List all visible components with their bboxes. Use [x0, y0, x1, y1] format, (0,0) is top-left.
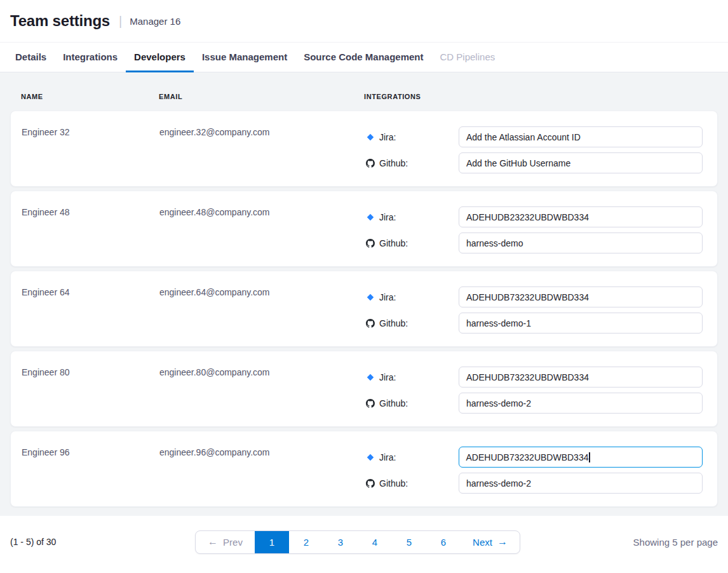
github-label-group: Github: — [365, 158, 459, 168]
github-icon — [366, 319, 375, 328]
table-row: Engineer 96 engineer.96@company.com Jira… — [10, 431, 718, 507]
jira-label: Jira: — [379, 292, 396, 302]
integrations-cell: Jira: ADEHUDB23232UBDWBD334 Github: harn… — [365, 191, 703, 266]
developer-name: Engineer 80 — [22, 351, 159, 426]
github-label: Github: — [379, 158, 408, 168]
jira-label: Jira: — [379, 132, 396, 142]
tab-bar: Details Integrations Developers Issue Ma… — [0, 43, 728, 72]
jira-input-value: ADEHUDB73232UBDWBD334 — [466, 452, 589, 462]
manager-name: Manager 16 — [130, 16, 180, 27]
jira-icon — [366, 293, 375, 302]
github-integration-row: Github: harness-demo-2 — [365, 473, 703, 494]
developer-name: Engineer 96 — [22, 431, 159, 506]
jira-label-group: Jira: — [365, 292, 459, 302]
jira-account-input[interactable]: ADEHUDB73232UBDWBD334 — [459, 286, 703, 307]
jira-label-group: Jira: — [365, 212, 459, 222]
jira-account-input[interactable]: Add the Atlassian Account ID — [459, 126, 703, 147]
jira-integration-row: Jira: ADEHUDB73232UBDWBD334 — [365, 447, 703, 468]
integrations-cell: Jira: ADEHUDB73232UBDWBD334 Github: harn… — [365, 271, 703, 346]
github-icon — [366, 239, 375, 248]
page-button-1[interactable]: 1 — [255, 531, 289, 553]
github-label-group: Github: — [365, 318, 459, 328]
jira-label-group: Jira: — [365, 132, 459, 142]
tab-details[interactable]: Details — [7, 43, 55, 72]
left-arrow-icon: ← — [208, 537, 218, 547]
github-label: Github: — [379, 398, 408, 408]
developer-name: Engineer 64 — [22, 271, 159, 346]
github-label: Github: — [379, 238, 408, 248]
jira-input-value: ADEHUDB73232UBDWBD334 — [466, 292, 589, 302]
column-header-email: EMAIL — [159, 93, 364, 100]
jira-account-input[interactable]: ADEHUDB73232UBDWBD334 — [459, 367, 703, 388]
developer-name: Engineer 48 — [22, 191, 159, 266]
github-label-group: Github: — [365, 238, 459, 248]
github-integration-row: Github: harness-demo-2 — [365, 393, 703, 414]
table-row: Engineer 32 engineer.32@company.com Jira… — [10, 111, 718, 187]
github-username-input[interactable]: harness-demo-2 — [459, 393, 703, 414]
github-icon — [366, 399, 375, 408]
page-button-3[interactable]: 3 — [323, 531, 358, 553]
github-input-value: harness-demo — [466, 238, 523, 248]
jira-input-value: ADEHUDB73232UBDWBD334 — [466, 372, 589, 382]
jira-label-group: Jira: — [365, 452, 459, 462]
page-button-2[interactable]: 2 — [289, 531, 323, 553]
tab-cd-pipelines: CD Pipelines — [432, 43, 504, 72]
page-range-summary: (1 - 5) of 30 — [10, 537, 86, 547]
github-username-input[interactable]: harness-demo-1 — [459, 313, 703, 334]
table-row: Engineer 64 engineer.64@company.com Jira… — [10, 271, 718, 347]
github-username-input[interactable]: Add the GitHub Username — [459, 152, 703, 173]
table-row: Engineer 80 engineer.80@company.com Jira… — [10, 351, 718, 427]
tab-source-code-management[interactable]: Source Code Management — [295, 43, 431, 72]
tab-developers[interactable]: Developers — [126, 43, 194, 72]
page-header: Team settings | Manager 16 — [0, 0, 728, 43]
column-header-name: NAME — [21, 93, 159, 100]
github-integration-row: Github: Add the GitHub Username — [365, 152, 703, 173]
page-button-5[interactable]: 5 — [392, 531, 426, 553]
prev-page-button[interactable]: ← Prev — [196, 531, 255, 553]
jira-icon — [366, 373, 375, 382]
tab-integrations[interactable]: Integrations — [55, 43, 126, 72]
prev-label: Prev — [223, 537, 243, 548]
github-integration-row: Github: harness-demo-1 — [365, 313, 703, 334]
pager-control: ← Prev 1 2 3 4 5 6 Next → — [195, 530, 520, 554]
github-username-input[interactable]: harness-demo-2 — [459, 473, 703, 494]
jira-account-input-focused[interactable]: ADEHUDB73232UBDWBD334 — [459, 447, 703, 468]
developer-name: Engineer 32 — [22, 111, 159, 186]
page-button-4[interactable]: 4 — [358, 531, 392, 553]
developer-email: engineer.64@company.com — [159, 271, 365, 346]
page-button-6[interactable]: 6 — [426, 531, 461, 553]
jira-account-input[interactable]: ADEHUDB23232UBDWBD334 — [459, 206, 703, 227]
jira-icon — [366, 133, 375, 142]
jira-input-value: Add the Atlassian Account ID — [466, 132, 581, 142]
integrations-cell: Jira: ADEHUDB73232UBDWBD334 Github: harn… — [365, 431, 703, 506]
github-input-value: harness-demo-2 — [466, 478, 531, 489]
jira-integration-row: Jira: ADEHUDB23232UBDWBD334 — [365, 206, 703, 227]
jira-input-value: ADEHUDB23232UBDWBD334 — [466, 212, 589, 222]
github-label: Github: — [379, 318, 408, 328]
next-label: Next — [473, 537, 492, 548]
developer-email: engineer.80@company.com — [159, 351, 365, 426]
per-page-text: Showing 5 per page — [629, 537, 718, 548]
jira-integration-row: Jira: Add the Atlassian Account ID — [365, 126, 703, 147]
developer-email: engineer.32@company.com — [159, 111, 365, 186]
column-header-integrations: INTEGRATIONS — [364, 93, 703, 100]
tab-issue-management[interactable]: Issue Management — [194, 43, 295, 72]
developer-email: engineer.48@company.com — [159, 191, 365, 266]
integrations-cell: Jira: Add the Atlassian Account ID Githu… — [365, 111, 703, 186]
jira-icon — [366, 453, 375, 462]
text-cursor — [589, 452, 590, 462]
github-icon — [366, 479, 375, 488]
github-input-value: Add the GitHub Username — [466, 158, 570, 168]
table-row: Engineer 48 engineer.48@company.com Jira… — [10, 191, 718, 267]
github-username-input[interactable]: harness-demo — [459, 233, 703, 253]
jira-icon — [366, 213, 375, 222]
developer-email: engineer.96@company.com — [159, 431, 365, 506]
next-page-button[interactable]: Next → — [461, 531, 520, 553]
github-icon — [366, 159, 375, 168]
github-input-value: harness-demo-1 — [466, 318, 531, 328]
pagination-bar: (1 - 5) of 30 ← Prev 1 2 3 4 5 6 Next → … — [0, 516, 728, 573]
github-label-group: Github: — [365, 478, 459, 489]
team-settings-page: Team settings | Manager 16 Details Integ… — [0, 0, 728, 573]
integrations-cell: Jira: ADEHUDB73232UBDWBD334 Github: harn… — [365, 351, 703, 426]
title-divider: | — [119, 14, 122, 29]
